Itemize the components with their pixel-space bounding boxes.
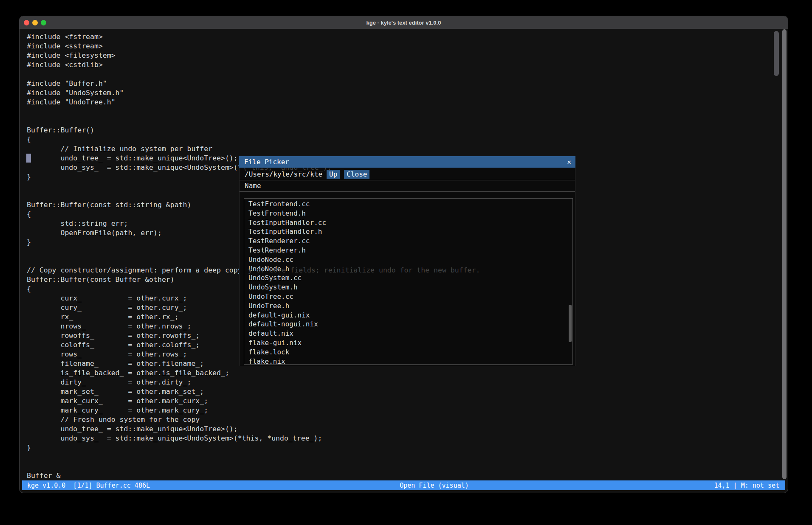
file-item[interactable]: flake.lock xyxy=(244,348,572,357)
file-item[interactable]: UndoTree.cc xyxy=(244,292,572,301)
file-item[interactable]: flake.nix xyxy=(244,357,572,365)
name-column-header: Name xyxy=(245,182,261,190)
file-item[interactable]: TestInputHandler.cc xyxy=(244,218,572,227)
file-list-scrollbar-thumb[interactable] xyxy=(569,305,572,342)
status-mode: Open File (visual) xyxy=(400,482,469,489)
file-item[interactable]: UndoTree.h xyxy=(244,301,572,311)
file-item[interactable]: TestInputHandler.h xyxy=(244,227,572,236)
ghost-code-line-2: y of core fields; reinitialize undo for … xyxy=(248,266,480,275)
file-item[interactable]: TestFrontend.cc xyxy=(244,199,572,209)
status-bar: kge v1.0.0 [1/1] Buffer.cc 486L Open Fil… xyxy=(22,480,785,490)
status-cursor-position: 14,1 | M: not set xyxy=(714,482,779,489)
file-item[interactable]: default.nix xyxy=(244,329,572,338)
file-list[interactable]: TestFrontend.ccTestFrontend.hTestInputHa… xyxy=(244,198,573,365)
editor-scrollbar-thumb[interactable] xyxy=(774,31,779,76)
dialog-name-row: Name xyxy=(240,180,575,191)
file-item[interactable]: TestRenderer.h xyxy=(244,246,572,255)
file-item[interactable]: flake-gui.nix xyxy=(244,338,572,348)
text-cursor xyxy=(26,154,31,163)
window-title: kge - kyle's text editor v1.0.0 xyxy=(20,20,788,26)
close-button[interactable]: Close xyxy=(344,170,369,179)
file-picker-dialog: (*this, *undo_tree_); y of core fields; … xyxy=(239,156,575,366)
file-item[interactable]: TestRenderer.cc xyxy=(244,236,572,246)
dialog-close-icon[interactable]: ✕ xyxy=(567,156,571,168)
title-bar[interactable]: kge - kyle's text editor v1.0.0 xyxy=(20,16,788,29)
file-item[interactable]: UndoNode.cc xyxy=(244,255,572,264)
window-scrollbar[interactable] xyxy=(782,29,787,479)
status-file-info: kge v1.0.0 [1/1] Buffer.cc 486L xyxy=(22,482,150,489)
dialog-title: File Picker xyxy=(244,158,289,166)
dialog-separator-2 xyxy=(240,191,575,192)
file-item[interactable]: TestFrontend.h xyxy=(244,209,572,218)
file-item[interactable]: default-gui.nix xyxy=(244,311,572,320)
page-background: kge - kyle's text editor v1.0.0 #include… xyxy=(0,0,812,525)
dialog-title-bar[interactable]: File Picker ✕ xyxy=(239,156,575,168)
file-item[interactable]: UndoSystem.h xyxy=(244,283,572,292)
file-item[interactable]: default-nogui.nix xyxy=(244,320,572,329)
